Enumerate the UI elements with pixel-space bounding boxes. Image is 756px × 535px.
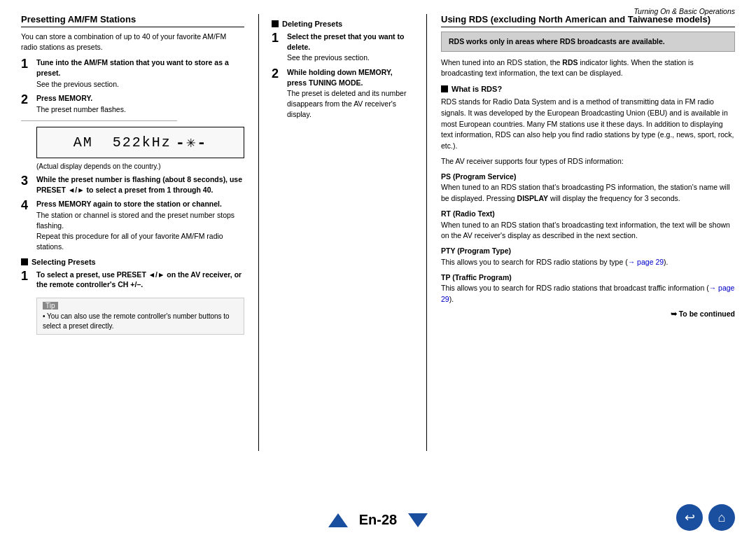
- step-4-sub1: The station or channel is stored and the…: [36, 210, 244, 230]
- rds-title: Using RDS (excluding North American and …: [441, 14, 735, 27]
- pty-body: This allows you to search for RDS radio …: [441, 258, 668, 266]
- black-square-icon-3: [441, 85, 448, 92]
- step-2-title: Press MEMORY.: [36, 93, 244, 104]
- divider: [21, 120, 177, 121]
- prev-page-button[interactable]: [328, 513, 348, 527]
- tip-content: • You can also use the remote controller…: [43, 312, 238, 331]
- ps-section: PS (Program Service) When tuned to an RD…: [441, 172, 735, 204]
- del-step-1: 1 Select the preset that you want to del…: [272, 32, 414, 63]
- tip-box: Tip • You can also use the remote contro…: [36, 298, 244, 335]
- step-1-title: Tune into the AM/FM station that you wan…: [36, 57, 244, 78]
- page-category-label: Turning On & Basic Operations: [634, 7, 735, 15]
- step-3-number: 3: [21, 174, 32, 195]
- del-step-1-content: Select the preset that you want to delet…: [287, 32, 414, 63]
- rt-section: RT (Radio Text) When tuned to an RDS sta…: [441, 209, 735, 242]
- back-button[interactable]: ↩: [676, 504, 703, 531]
- next-page-button[interactable]: [408, 513, 428, 527]
- del-step-2: 2 While holding down MEMORY, press TUNIN…: [272, 67, 414, 119]
- rds-intro: When tuned into an RDS station, the RDS …: [441, 57, 735, 80]
- presetting-intro: You can store a combination of up to 40 …: [21, 32, 244, 52]
- step-4-title: Press MEMORY again to store the station …: [36, 199, 244, 209]
- tip-container: Tip • You can also use the remote contro…: [36, 294, 244, 338]
- step-1-sub: See the previous section.: [36, 79, 244, 90]
- del-step-2-title: While holding down MEMORY, press TUNING …: [287, 67, 414, 88]
- nav-right-icons: ↩ ⌂: [676, 504, 735, 531]
- step-1-number: 1: [21, 57, 32, 89]
- step-3-content: While the preset number is flashing (abo…: [36, 174, 244, 195]
- what-is-rds-header: What is RDS?: [441, 85, 735, 93]
- selecting-presets-label: Selecting Presets: [31, 258, 96, 266]
- step-3: 3 While the preset number is flashing (a…: [21, 174, 244, 195]
- selecting-presets-header: Selecting Presets: [21, 258, 244, 266]
- step-2: 2 Press MEMORY. The preset number flashe…: [21, 93, 244, 114]
- display-text: AM 522kHz: [74, 134, 172, 151]
- black-square-icon: [21, 258, 28, 265]
- step-2-sub: The preset number flashes.: [36, 104, 244, 115]
- deleting-presets-header: Deleting Presets: [272, 20, 414, 28]
- select-step-1: 1 To select a preset, use PRESET ◄/► on …: [21, 270, 244, 290]
- to-be-continued: ➥ To be continued: [441, 310, 735, 318]
- page-number-label: En-28: [348, 512, 408, 528]
- step-4-content: Press MEMORY again to store the station …: [36, 199, 244, 251]
- del-step-1-sub: See the previous section.: [287, 53, 414, 63]
- right-column: Using RDS (excluding North American and …: [427, 14, 735, 451]
- del-step-2-content: While holding down MEMORY, press TUNING …: [287, 67, 414, 119]
- left-column: Presetting AM/FM Stations You can store …: [21, 14, 259, 451]
- content-area: Presetting AM/FM Stations You can store …: [21, 14, 735, 451]
- step-4: 4 Press MEMORY again to store the statio…: [21, 199, 244, 251]
- del-step-2-sub: The preset is deleted and its number dis…: [287, 88, 414, 119]
- deleting-presets-label: Deleting Presets: [282, 20, 342, 28]
- rt-body: When tuned to an RDS station that's broa…: [441, 221, 730, 240]
- step-1: 1 Tune into the AM/FM station that you w…: [21, 57, 244, 89]
- tp-section: TP (Traffic Program) This allows you to …: [441, 272, 735, 305]
- pty-section: PTY (Program Type) This allows you to se…: [441, 246, 735, 268]
- step-2-number: 2: [21, 93, 32, 114]
- del-step-2-number: 2: [272, 67, 283, 119]
- display-box: AM 522kHz -✳-: [36, 127, 244, 158]
- home-icon: ⌂: [718, 510, 726, 525]
- ps-body: When tuned to an RDS station that's broa…: [441, 183, 730, 202]
- rds-supports: The AV receiver supports four types of R…: [441, 156, 735, 167]
- step-2-content: Press MEMORY. The preset number flashes.: [36, 93, 244, 114]
- bottom-nav: En-28: [0, 512, 756, 528]
- pty-link[interactable]: → page 29: [628, 258, 664, 266]
- black-square-icon-2: [272, 20, 279, 27]
- page-container: Turning On & Basic Operations Presetting…: [0, 0, 756, 535]
- del-step-1-title: Select the preset that you want to delet…: [287, 32, 414, 52]
- step-3-title: While the preset number is flashing (abo…: [36, 174, 244, 195]
- middle-column: Deleting Presets 1 Select the preset tha…: [259, 14, 427, 451]
- tip-label: Tip: [43, 302, 58, 310]
- home-button[interactable]: ⌂: [708, 504, 735, 531]
- select-step-1-title: To select a preset, use PRESET ◄/► on th…: [36, 270, 244, 290]
- tp-body: This allows you to search for RDS radio …: [441, 284, 734, 303]
- what-is-rds-body: RDS stands for Radio Data System and is …: [441, 97, 735, 152]
- step-4-number: 4: [21, 199, 32, 251]
- step-4-sub2: Repeat this procedure for all of your fa…: [36, 231, 244, 251]
- presetting-title: Presetting AM/FM Stations: [21, 14, 244, 27]
- what-is-rds-label: What is RDS?: [451, 85, 502, 93]
- tp-link[interactable]: → page 29: [441, 284, 734, 303]
- select-step-1-number: 1: [21, 270, 32, 290]
- del-step-1-number: 1: [272, 32, 283, 63]
- select-step-1-content: To select a preset, use PRESET ◄/► on th…: [36, 270, 244, 290]
- back-icon: ↩: [685, 510, 695, 525]
- step-1-content: Tune into the AM/FM station that you wan…: [36, 57, 244, 89]
- display-asterisk: -✳-: [176, 133, 208, 152]
- display-caption: (Actual display depends on the country.): [36, 162, 244, 170]
- rds-highlight-box: RDS works only in areas where RDS broadc…: [441, 32, 735, 52]
